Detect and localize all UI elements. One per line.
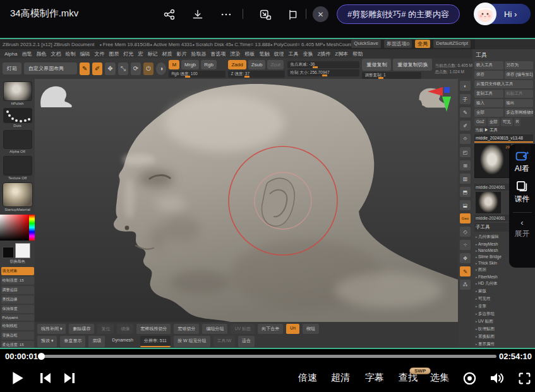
bottom-control[interactable]: 宏锥切分 [174,324,199,334]
zadd-toggle[interactable]: Zadd [228,60,246,69]
next-icon[interactable] [61,369,78,387]
active-tool-thumbnail[interactable]: 29 [474,144,511,178]
move-icon[interactable]: ✥ [105,62,115,75]
menu-item[interactable]: 文件 [92,50,106,57]
courseware-icon[interactable] [516,181,529,192]
import-button[interactable]: 输入 [474,99,503,107]
capture-icon[interactable] [284,7,299,22]
active-tool-name[interactable]: middle_20240815_v13.48 [474,134,533,143]
collapse-chevron-icon[interactable]: ‹ [520,218,523,227]
left-shelf-button[interactable]: 查找边缘 [1,295,34,304]
play-icon[interactable] [9,369,27,387]
menu-item[interactable]: 变换 [301,50,315,57]
stroke-thumbnail[interactable] [3,108,32,123]
left-shelf-button[interactable]: Polypaint [1,314,34,321]
draw-mode-icon[interactable]: ✎ [80,62,90,75]
menu-item[interactable]: 首选项 [208,50,227,57]
ai-watch-label[interactable]: AI看 [515,163,529,174]
titlebar-button[interactable]: 全局 [415,40,430,48]
bottom-control[interactable]: 垂直显示 [60,336,85,347]
menu-item[interactable]: 拾取器 [189,50,208,57]
fullscreen-icon[interactable] [515,369,533,387]
speed-button[interactable]: 倍速 [298,372,317,384]
bottom-control[interactable]: 层级 [88,336,105,347]
bottom-control[interactable]: 删除缓存 [69,324,94,334]
mrgb-toggle[interactable]: Mrgb [181,60,199,69]
courseware-label[interactable]: 课件 [515,194,530,205]
menu-item[interactable]: 画笔 [20,50,33,57]
subpalette-row[interactable]: FiberMesh [474,273,533,280]
menu-item[interactable]: 帮助 [351,50,364,57]
draw-size-slider[interactable]: 绘制 大小: 256.70947 [287,69,359,76]
right-shelf-button[interactable]: ⟐ [460,134,471,144]
bottom-control[interactable]: 镜像 [117,324,133,334]
menu-item[interactable]: 宏 [136,50,145,57]
z-intensity-slider[interactable]: Z 强度: 37 [228,71,285,78]
save-increment-button[interactable]: 保存 (编号加1) [505,71,534,79]
subtool-thumbnail[interactable] [476,192,501,213]
menu-item[interactable]: 影片 [174,50,188,57]
menu-item[interactable]: Z插件 [315,50,332,57]
zcut-toggle[interactable]: Zcut [267,60,284,69]
sculptris-icon[interactable]: ◑ [156,62,166,75]
menu-item[interactable]: 模板 [243,50,256,57]
right-shelf-button[interactable]: ⬒ [460,187,471,197]
bottom-control[interactable]: Dynamesh [108,336,136,347]
bottom-control[interactable]: UV 贴图 [231,324,255,334]
bottom-control[interactable]: 适合 [238,336,255,347]
right-shelf-button[interactable]: ⁂ [460,280,471,290]
bottom-control[interactable]: 编组分组 [202,324,227,334]
subtitle-button[interactable]: 字幕 [365,372,384,384]
menu-item[interactable]: 渲染 [228,50,242,57]
right-shelf-button[interactable]: ⊞ [460,160,471,170]
right-shelf-button[interactable]: ⁘ [460,240,471,250]
topic-pill-button[interactable]: #剪影雕刻技巧# 的主要内容 [337,4,460,24]
subpalette-row[interactable]: 变形 [474,302,533,310]
load-tool-button[interactable]: 载入工具 [474,61,503,69]
save-button[interactable]: 保存 [474,71,503,79]
bottom-control[interactable]: 线性补间 ▾ [37,324,66,334]
goz-button[interactable]: 可见 [501,118,513,126]
bottom-control[interactable]: Un [286,324,299,334]
subpalette-row[interactable]: 可见性 [474,295,533,302]
previous-icon[interactable] [37,369,54,387]
menu-item[interactable]: 灯光 [121,50,135,57]
right-shelf-button[interactable]: ✐ [460,121,471,131]
left-shelf-button[interactable]: 调整追踪 [1,286,34,294]
focal-shift-slider[interactable]: 焦点衰减: -36 [287,61,359,68]
zsub-toggle[interactable]: Zsub [248,60,266,69]
right-shelf-button[interactable]: ◇ [460,227,471,237]
left-shelf-button[interactable]: 填充对象 [1,267,34,275]
right-shelf-button[interactable]: ⬓ [460,200,471,210]
right-shelf-button[interactable]: ✎ [460,107,471,117]
video-frame[interactable]: ZBrush 2023.2.1 [x12] ZBrush Document Fr… [0,38,535,349]
menu-item[interactable]: 笔触 [257,50,271,57]
titlebar-button[interactable]: DefaultZScript [433,40,471,48]
all-button[interactable]: 全部 [474,109,503,117]
menu-item[interactable]: Z脚本 [333,50,350,57]
alpha-thumbnail[interactable] [3,130,32,150]
menu-item[interactable]: 文档 [49,50,63,57]
subpalette-row[interactable]: 纹理贴图 [474,325,533,333]
subpalette-row[interactable]: 置换贴图 [474,333,533,340]
menu-item[interactable]: 材质 [160,50,174,57]
paste-tool-button[interactable]: 粘贴工具 [505,90,534,98]
more-icon[interactable] [219,7,234,22]
assistant-button[interactable]: Hi › [475,4,531,24]
episodes-button[interactable]: 选集 [430,372,449,384]
menu-item[interactable]: 绘制 [63,50,77,57]
right-shelf-button[interactable]: ▥ [460,174,471,184]
left-shelf-button[interactable]: 绘制强度: 15 [1,276,34,285]
expand-label[interactable]: 展开 [515,229,530,239]
goz-button[interactable]: GoZ [474,118,486,126]
download-icon[interactable] [190,7,205,22]
hue-strip[interactable] [29,215,35,241]
quality-button[interactable]: 超清 [331,372,350,384]
bottom-control[interactable]: 按 W 组宽分组 [174,336,210,347]
right-shelf-button[interactable]: Geo [460,213,471,223]
subpalette-row[interactable]: 显示属性 [474,340,533,348]
bottom-control[interactable]: 分辨率: 511 [140,336,171,347]
bottom-control[interactable]: 复位 [97,324,114,334]
m-toggle[interactable]: M [169,60,179,69]
edit-mode-icon[interactable]: ✐ [92,62,102,75]
